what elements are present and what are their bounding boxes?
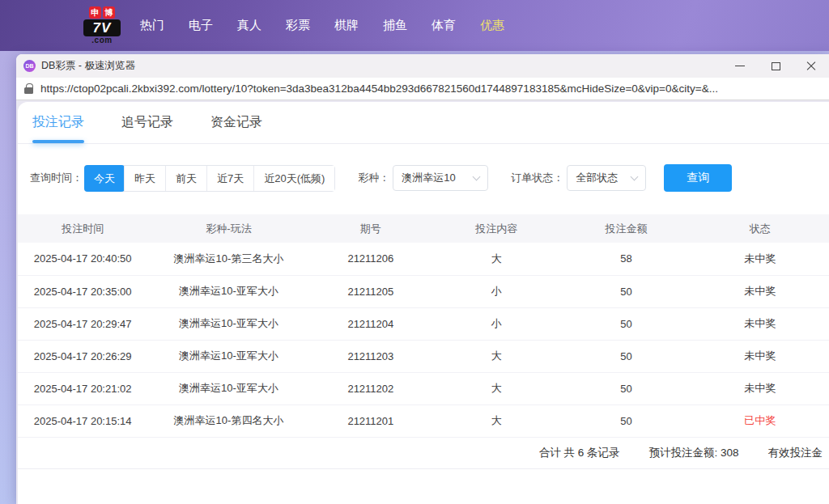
cell-bet: 小 — [432, 275, 561, 307]
address-bar[interactable]: https://ctop02pcali.2kbxi392.com/lottery… — [16, 78, 829, 100]
cell-game: 澳洲幸运10-第四名大小 — [147, 404, 309, 437]
time-option-day-before[interactable]: 前天 — [165, 166, 206, 191]
records-panel: 投注记录 追号记录 资金记录 查询时间： 今天 昨天 前天 — [18, 102, 829, 504]
browser-window: DB DB彩票 - 极速浏览器 https://ctop02pcali.2kbx… — [16, 54, 829, 504]
header-bet-time: 投注时间 — [18, 214, 147, 243]
bet-records-table: 投注时间 彩种-玩法 期号 投注内容 投注金额 状态 2025-04-17 20… — [18, 214, 829, 438]
site-logo[interactable]: 申 博 7V .com — [83, 6, 121, 44]
summary-expected-amount: 预计投注金额: 308 — [648, 446, 738, 460]
minimize-button[interactable] — [722, 54, 758, 78]
nav-item-hot[interactable]: 热门 — [128, 18, 176, 33]
cell-amount: 50 — [561, 275, 691, 307]
order-status-select[interactable]: 全部状态 — [567, 165, 646, 191]
cell-time: 2025-04-17 20:35:00 — [18, 275, 147, 307]
cell-game: 澳洲幸运10-亚军大小 — [147, 340, 309, 372]
page-content: 投注记录 追号记录 资金记录 查询时间： 今天 昨天 前天 — [16, 100, 829, 504]
tab-fund-records[interactable]: 资金记录 — [210, 102, 262, 143]
cell-time: 2025-04-17 20:29:47 — [18, 307, 147, 340]
tab-chase-records[interactable]: 追号记录 — [121, 102, 173, 143]
nav-item-promo[interactable]: 优惠 — [468, 18, 517, 33]
site-banner: 申 博 7V .com 热门 电子 真人 彩票 棋牌 捕鱼 体育 优惠 — [0, 0, 829, 51]
tab-bar: 投注记录 追号记录 资金记录 — [18, 102, 829, 144]
summary-bar: 合计 共 6 条记录 预计投注金额: 308 有效投注金 — [18, 438, 829, 469]
table-row: 2025-04-17 20:21:02 澳洲幸运10-亚军大小 21211202… — [18, 372, 829, 404]
cell-amount: 58 — [561, 243, 691, 275]
cell-game: 澳洲幸运10-亚军大小 — [147, 307, 309, 340]
time-option-7days[interactable]: 近7天 — [206, 166, 253, 191]
cell-status: 未中奖 — [691, 372, 829, 404]
cell-status: 未中奖 — [691, 340, 829, 372]
cell-bet: 小 — [432, 307, 561, 340]
cell-time: 2025-04-17 20:21:02 — [18, 372, 147, 404]
browser-favicon-icon: DB — [23, 60, 36, 72]
cell-issue: 21211201 — [310, 404, 432, 437]
tab-label: 追号记录 — [121, 114, 173, 131]
window-title: DB彩票 - 极速浏览器 — [41, 59, 135, 73]
status-filter-label: 订单状态： — [511, 171, 563, 185]
cell-bet: 大 — [432, 243, 561, 275]
cell-issue: 21211205 — [310, 275, 432, 307]
table-row: 2025-04-17 20:26:29 澳洲幸运10-亚军大小 21211203… — [18, 340, 829, 372]
nav-item-fishing[interactable]: 捕鱼 — [371, 18, 419, 33]
main-nav: 热门 电子 真人 彩票 棋牌 捕鱼 体育 优惠 — [128, 18, 517, 33]
time-option-today[interactable]: 今天 — [84, 165, 125, 192]
lottery-select-value: 澳洲幸运10 — [402, 171, 455, 185]
cell-bet: 大 — [432, 340, 561, 372]
header-bet-amount: 投注金额 — [561, 214, 691, 243]
time-filter-group: 今天 昨天 前天 近7天 近20天(低频) — [84, 165, 335, 192]
cell-amount: 50 — [561, 307, 691, 340]
lock-icon[interactable] — [24, 87, 33, 94]
header-bet-content: 投注内容 — [432, 214, 561, 243]
logo-badge-right: 博 — [103, 6, 115, 19]
maximize-button[interactable] — [758, 54, 793, 78]
lottery-select[interactable]: 澳洲幸运10 — [393, 165, 488, 191]
nav-item-cards[interactable]: 棋牌 — [322, 18, 371, 33]
url-text[interactable]: https://ctop02pcali.2kbxi392.com/lottery… — [40, 83, 718, 95]
cell-time: 2025-04-17 20:26:29 — [18, 340, 147, 372]
time-option-20days[interactable]: 近20天(低频) — [253, 166, 334, 191]
active-tab-underline — [32, 140, 84, 143]
window-titlebar[interactable]: DB DB彩票 - 极速浏览器 — [16, 54, 829, 78]
nav-item-slots[interactable]: 电子 — [176, 18, 225, 33]
cell-status: 未中奖 — [691, 275, 829, 307]
cell-time: 2025-04-17 20:15:14 — [18, 404, 147, 437]
time-option-yesterday[interactable]: 昨天 — [124, 166, 165, 191]
cell-bet: 大 — [432, 404, 561, 437]
tab-label: 资金记录 — [210, 114, 262, 131]
cell-issue: 21211206 — [310, 243, 432, 275]
tab-label: 投注记录 — [32, 114, 84, 131]
logo-badge-left: 申 — [89, 6, 101, 19]
cell-amount: 50 — [561, 404, 691, 437]
nav-item-live[interactable]: 真人 — [225, 18, 274, 33]
cell-status: 已中奖 — [691, 404, 829, 437]
status-select-value: 全部状态 — [576, 171, 618, 185]
nav-item-sports[interactable]: 体育 — [419, 18, 468, 33]
maximize-icon — [772, 62, 780, 70]
close-icon — [806, 61, 816, 71]
search-button[interactable]: 查询 — [664, 164, 732, 192]
tab-bet-records[interactable]: 投注记录 — [32, 102, 84, 143]
cell-amount: 50 — [561, 340, 691, 372]
header-status: 状态 — [691, 214, 829, 243]
header-game-play: 彩种-玩法 — [147, 214, 309, 243]
cell-bet: 大 — [432, 372, 561, 404]
table-row: 2025-04-17 20:29:47 澳洲幸运10-亚军大小 21211204… — [18, 307, 829, 340]
table-row: 2025-04-17 20:15:14 澳洲幸运10-第四名大小 2121120… — [18, 404, 829, 437]
logo-main-text: 7V — [83, 19, 121, 36]
table-row: 2025-04-17 20:35:00 澳洲幸运10-亚军大小 21211205… — [18, 275, 829, 307]
cell-issue: 21211204 — [310, 307, 432, 340]
summary-valid-amount: 有效投注金 — [768, 446, 823, 460]
minimize-icon — [735, 66, 745, 66]
time-filter-label: 查询时间： — [30, 171, 83, 185]
cell-amount: 50 — [561, 372, 691, 404]
cell-time: 2025-04-17 20:40:50 — [18, 243, 147, 275]
summary-total-count: 合计 共 6 条记录 — [539, 446, 620, 460]
table-row: 2025-04-17 20:40:50 澳洲幸运10-第三名大小 2121120… — [18, 243, 829, 275]
filter-bar: 查询时间： 今天 昨天 前天 近7天 近20天(低频) 彩种： 澳洲幸运10 订… — [30, 164, 829, 192]
table-header-row: 投注时间 彩种-玩法 期号 投注内容 投注金额 状态 — [18, 214, 829, 243]
chevron-down-icon — [473, 172, 481, 180]
cell-issue: 21211202 — [310, 372, 432, 404]
cell-game: 澳洲幸运10-亚军大小 — [147, 275, 309, 307]
nav-item-lottery[interactable]: 彩票 — [274, 18, 322, 33]
close-button[interactable] — [793, 54, 829, 78]
